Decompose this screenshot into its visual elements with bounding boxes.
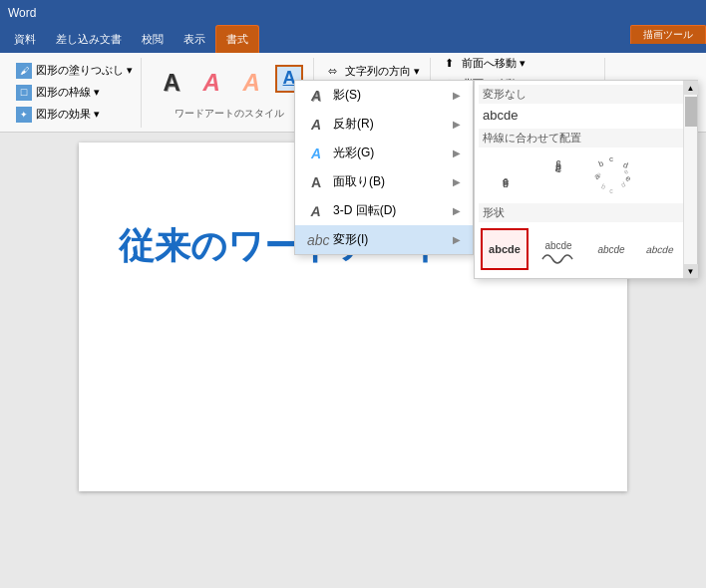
wordart-sample-3[interactable]: A <box>233 65 269 101</box>
fill-icon: 🖌 <box>16 63 32 79</box>
wordart-group-label: ワードアートのスタイル <box>175 107 284 121</box>
forward-icon: ⬆ <box>445 57 454 70</box>
shape-buttons-group: 🖌 図形の塗りつぶし ▾ ☐ 図形の枠線 ▾ ✦ 図形の効果 ▾ <box>8 58 142 128</box>
transform-shape-item-2[interactable]: abcde <box>534 228 582 270</box>
svg-text:abcde: abcde <box>644 244 674 255</box>
effect-icon: ✦ <box>16 107 32 123</box>
transform-submenu: 変形なし abcde 枠線に合わせて配置 a b c d e a b c d e <box>474 80 698 279</box>
bevel-icon: A <box>307 174 325 190</box>
tab-shoshiki[interactable]: 書式 <box>215 25 259 53</box>
wave3-svg: abcde <box>643 231 687 267</box>
transform-icon: abc <box>307 232 325 248</box>
submenu-arrow-bevel: ▶ <box>453 176 461 187</box>
submenu-arrow-transform: ▶ <box>453 234 461 245</box>
svg-text:e: e <box>624 173 633 183</box>
fit-grid: a b c d e a b c d e a b c d e <box>479 149 693 201</box>
text-dir-icon: ⬄ <box>328 65 337 78</box>
svg-text:b: b <box>600 182 607 190</box>
section-label-fit: 枠線に合わせて配置 <box>479 129 693 147</box>
wordart-sample-1[interactable]: A <box>154 65 189 101</box>
drawing-tools-label: 描画ツール <box>630 25 706 44</box>
3d-rotation-icon: A <box>306 203 327 219</box>
wordart-styles-group: A A A A ワードアートのスタイル <box>146 58 314 128</box>
menu-item-3d-rotation[interactable]: A 3-D 回転(D) ▶ <box>295 196 473 225</box>
svg-text:abcde: abcde <box>597 244 625 255</box>
transform-none-item[interactable]: abcde <box>479 106 693 129</box>
scroll-thumb[interactable] <box>685 97 697 127</box>
menu-item-transform[interactable]: abc 変形(I) ▶ <box>295 225 473 254</box>
wordart-samples: A A A A <box>154 65 305 101</box>
section-label-shape: 形状 <box>479 203 693 222</box>
shape-effect-button[interactable]: ✦ 図形の効果 ▾ <box>12 105 137 125</box>
menu-item-reflection[interactable]: A 反射(R) ▶ <box>295 110 473 139</box>
submenu-arrow-glow: ▶ <box>453 147 461 158</box>
tab-koetsu[interactable]: 校閲 <box>132 25 174 53</box>
text-direction-button[interactable]: ⬄ 文字列の方向 ▾ <box>322 62 426 81</box>
submenu-arrow-reflection: ▶ <box>453 119 461 130</box>
svg-text:b: b <box>597 158 605 168</box>
svg-text:abcde: abcde <box>544 240 572 251</box>
arc-down-svg: a b c d e <box>484 156 528 194</box>
outline-icon: ☐ <box>16 85 32 101</box>
shadow-icon: A <box>307 88 325 104</box>
menu-item-shadow[interactable]: A 影(S) ▶ <box>295 81 473 110</box>
bring-forward-button[interactable]: ⬆ 前面へ移動 ▾ <box>439 54 600 73</box>
shape-fill-button[interactable]: 🖌 図形の塗りつぶし ▾ <box>12 61 137 81</box>
dropdown-menu: A 影(S) ▶ A 反射(R) ▶ A 光彩(G) ▶ A 面取り(B) ▶ … <box>294 80 474 255</box>
svg-text:c: c <box>609 187 613 194</box>
ribbon-tabs-wrapper: 資料 差し込み文書 校閲 表示 書式 描画ツール <box>0 25 706 53</box>
transform-fit-item-3[interactable]: a b c d e a b c d e <box>586 153 636 197</box>
submenu-arrow-shadow: ▶ <box>453 90 461 101</box>
transform-fit-item-1[interactable]: a b c d e <box>481 153 530 197</box>
svg-text:c: c <box>609 155 613 163</box>
scroll-up-button[interactable]: ▲ <box>684 81 698 95</box>
transform-shape-item-4[interactable]: abcde <box>641 228 689 270</box>
reflection-icon: A <box>307 117 325 133</box>
transform-fit-item-2[interactable]: a b c d e <box>533 153 583 197</box>
menu-item-bevel[interactable]: A 面取り(B) ▶ <box>295 167 473 196</box>
circle-svg: a b c d e a b c d e <box>589 155 633 195</box>
wave1-svg: abcde <box>536 231 580 267</box>
shape-outline-button[interactable]: ☐ 図形の枠線 ▾ <box>12 83 137 103</box>
scrollbar: ▲ ▼ <box>683 81 697 278</box>
transform-shape-item-1[interactable]: abcde <box>481 228 529 270</box>
glow-icon: A <box>307 146 325 161</box>
tab-shiryo[interactable]: 資料 <box>4 25 46 53</box>
submenu-arrow-3d: ▶ <box>453 205 461 216</box>
ribbon-tabs: 資料 差し込み文書 校閲 表示 書式 <box>0 25 706 53</box>
shape-grid: abcde abcde abcde abcde <box>479 224 693 274</box>
tab-sashikomi[interactable]: 差し込み文書 <box>46 25 132 53</box>
menu-item-glow[interactable]: A 光彩(G) ▶ <box>295 139 473 167</box>
transform-shape-item-3[interactable]: abcde <box>587 228 635 270</box>
app-title: Word <box>8 6 36 20</box>
wave2-svg: abcde <box>589 231 633 267</box>
tab-hyoji[interactable]: 表示 <box>174 25 215 53</box>
wordart-sample-2[interactable]: A <box>193 65 229 101</box>
scroll-down-button[interactable]: ▼ <box>684 264 698 278</box>
section-label-none: 変形なし <box>479 85 693 104</box>
title-bar: Word <box>0 0 706 25</box>
arc-up-svg: a b c d e <box>536 156 580 194</box>
